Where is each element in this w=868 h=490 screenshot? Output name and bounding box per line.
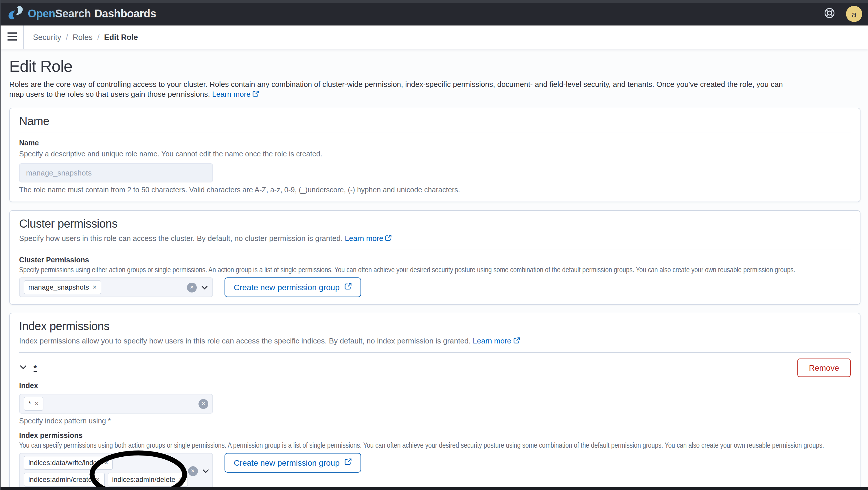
panel-divider	[19, 352, 850, 353]
external-link-icon	[385, 235, 392, 244]
cluster-permissions-label: Cluster Permissions	[19, 256, 850, 265]
page-title: Edit Role	[1, 57, 868, 76]
index-permissions-label: Index permissions	[19, 432, 850, 440]
app-title: OpenSearchDashboards	[28, 7, 156, 20]
index-permissions-help: You can specify permissions using both a…	[19, 441, 824, 450]
clear-icon[interactable]: ✕	[187, 282, 197, 292]
breadcrumb: Security / Roles / Edit Role	[24, 33, 138, 41]
index-row: * ✕ ✕	[19, 394, 850, 413]
tag-remove-icon[interactable]: ✕	[95, 477, 100, 482]
breadcrumb-current: Edit Role	[104, 33, 138, 41]
help-menu-button[interactable]	[822, 6, 837, 22]
name-field-help: Specify a descriptive and unique role na…	[19, 149, 850, 159]
index-permissions-field: Index permissions You can specify permis…	[19, 432, 850, 489]
index-permissions-row: indices:data/write/index ✕ indices:admin…	[19, 453, 850, 489]
user-avatar[interactable]: a	[846, 6, 862, 22]
page-description: Roles are the core way of controlling ac…	[1, 79, 868, 99]
header-actions: a	[822, 6, 862, 22]
permission-tag: manage_snapshots ✕	[24, 280, 101, 294]
index-panel-description: Index permissions allow you to specify h…	[19, 337, 850, 346]
cluster-permissions-row: manage_snapshots ✕ ✕ Create new permissi…	[19, 278, 850, 297]
index-panel-title: Index permissions	[19, 320, 850, 332]
cluster-permissions-help: Specify permissions using either action …	[19, 266, 795, 274]
index-label: Index	[19, 382, 850, 391]
index-permissions-panel: Index permissions Index permissions allo…	[9, 313, 861, 490]
clear-icon[interactable]: ✕	[198, 399, 208, 409]
permission-tag: indices:admin/create ✕	[24, 472, 104, 487]
external-link-icon	[344, 458, 352, 467]
name-panel: Name Name Specify a descriptive and uniq…	[9, 108, 861, 202]
remove-button[interactable]: Remove	[797, 358, 850, 377]
index-pattern-tag: * ✕	[24, 397, 43, 411]
cluster-permissions-combobox[interactable]: manage_snapshots ✕ ✕	[19, 278, 213, 297]
page-description-line2: map users to the roles so that users gai…	[9, 89, 859, 99]
cluster-panel-title: Cluster permissions	[19, 218, 850, 229]
help-icon	[823, 7, 835, 21]
nav-menu-button[interactable]	[1, 25, 24, 49]
opensearch-dashboards-window: OpenSearchDashboards a	[0, 0, 868, 490]
panel-divider	[19, 133, 850, 133]
permission-tag: indices:data/write/index ✕	[24, 456, 113, 470]
name-field-label: Name	[19, 139, 850, 148]
name-panel-title: Name	[19, 115, 850, 127]
chevron-down-icon[interactable]	[202, 467, 209, 475]
panel-divider	[19, 250, 850, 250]
role-name-input	[19, 163, 213, 182]
window-bottom-strip	[1, 487, 868, 490]
breadcrumb-separator: /	[97, 33, 99, 41]
breadcrumb-separator: /	[66, 33, 68, 41]
breadcrumb-roles[interactable]: Roles	[73, 33, 93, 41]
tag-remove-icon[interactable]: ✕	[104, 460, 108, 465]
index-field: Index * ✕ ✕	[19, 382, 850, 426]
name-field-hint: The role name must contain from 2 to 50 …	[19, 185, 850, 195]
chevron-down-icon[interactable]	[201, 284, 208, 291]
page-content: Edit Role Roles are the core way of cont…	[1, 49, 868, 490]
hamburger-icon	[7, 32, 17, 42]
tag-remove-icon[interactable]: ✕	[34, 401, 39, 406]
tag-remove-icon[interactable]: ✕	[179, 477, 183, 482]
learn-more-link[interactable]: Learn more	[473, 337, 520, 345]
learn-more-link[interactable]: Learn more	[345, 234, 392, 243]
index-pattern-hint: Specify index pattern using *	[19, 416, 850, 426]
opensearch-logo[interactable]: OpenSearchDashboards	[7, 5, 156, 23]
tag-remove-icon[interactable]: ✕	[93, 285, 97, 290]
cluster-permissions-panel: Cluster permissions Specify how users in…	[9, 210, 861, 305]
index-permission-accordion: * Remove	[19, 358, 850, 377]
avatar-letter: a	[852, 9, 857, 19]
app-header: OpenSearchDashboards a	[1, 3, 868, 26]
cluster-panel-description: Specify how users in this role can acces…	[19, 234, 850, 244]
learn-more-link[interactable]: Learn more	[212, 90, 259, 98]
accordion-toggle[interactable]: *	[19, 363, 37, 373]
index-permissions-combobox[interactable]: indices:data/write/index ✕ indices:admin…	[19, 453, 213, 489]
breadcrumb-security[interactable]: Security	[33, 33, 61, 41]
external-link-icon	[252, 90, 259, 99]
accordion-title[interactable]: *	[34, 363, 37, 372]
create-permission-group-button[interactable]: Create new permission group	[224, 278, 361, 297]
create-permission-group-button[interactable]: Create new permission group	[224, 453, 361, 472]
external-link-icon	[513, 337, 520, 346]
opensearch-logo-icon	[7, 5, 24, 23]
window-top-strip	[1, 0, 868, 3]
accordion-chevron-icon	[19, 363, 27, 373]
breadcrumb-bar: Security / Roles / Edit Role	[1, 26, 868, 49]
index-pattern-combobox[interactable]: * ✕ ✕	[19, 394, 213, 413]
clear-icon[interactable]: ✕	[188, 466, 197, 476]
page-description-line1: Roles are the core way of controlling ac…	[9, 79, 859, 89]
external-link-icon	[344, 283, 352, 292]
permission-tag-highlighted: indices:admin/delete ✕	[107, 472, 188, 487]
